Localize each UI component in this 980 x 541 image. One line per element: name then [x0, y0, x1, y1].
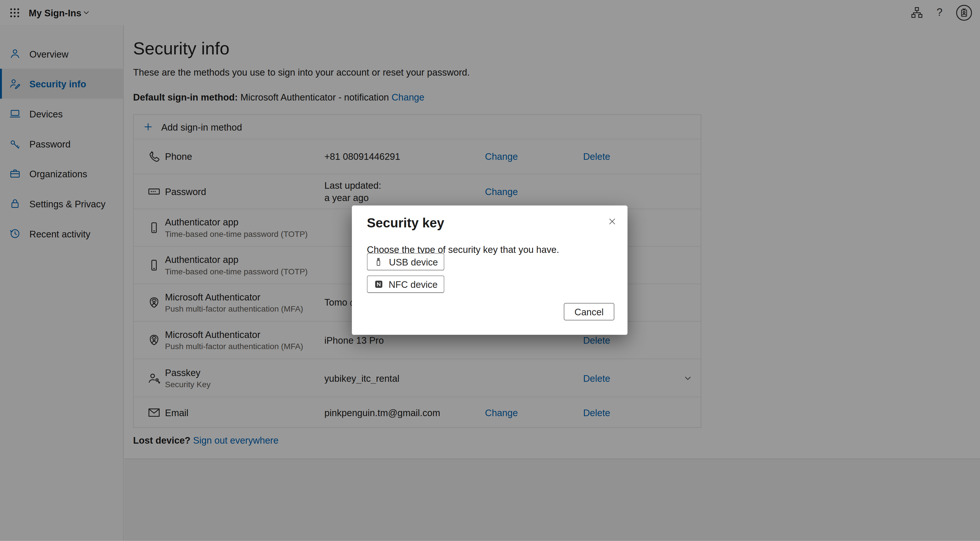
security-key-dialog: Security key Choose the type of security…: [352, 206, 628, 335]
nfc-device-button[interactable]: NFC device: [367, 276, 444, 293]
cancel-button[interactable]: Cancel: [564, 303, 614, 320]
usb-device-label: USB device: [389, 256, 438, 267]
close-icon[interactable]: [605, 214, 619, 228]
nfc-device-label: NFC device: [388, 279, 438, 290]
my-signins-app: My Sign-Ins ?: [0, 0, 980, 541]
usb-drive-icon: [373, 256, 384, 267]
dialog-title: Security key: [367, 215, 444, 230]
usb-device-button[interactable]: USB device: [367, 253, 444, 270]
cancel-label: Cancel: [574, 306, 604, 317]
nfc-icon: [374, 279, 384, 289]
